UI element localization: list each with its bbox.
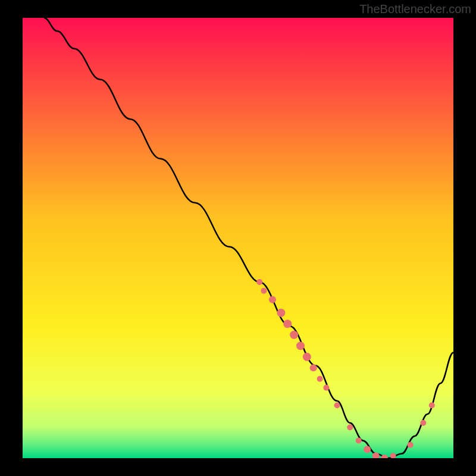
data-marker — [347, 424, 353, 430]
data-marker — [283, 320, 292, 328]
data-marker — [364, 446, 371, 453]
data-marker — [317, 376, 323, 382]
chart-svg — [23, 18, 453, 458]
data-marker — [323, 385, 329, 391]
data-marker — [420, 420, 426, 426]
data-marker — [408, 442, 414, 448]
bottleneck-curve — [44, 18, 453, 458]
data-markers — [256, 279, 435, 458]
data-marker — [334, 402, 340, 408]
chart-plot-area — [23, 18, 453, 458]
data-marker — [277, 309, 285, 317]
data-marker — [310, 364, 317, 371]
watermark-text: TheBottlenecker.com — [359, 2, 471, 16]
data-marker — [256, 279, 262, 285]
data-marker — [390, 453, 396, 458]
data-marker — [269, 296, 276, 303]
data-marker — [429, 402, 435, 408]
data-marker — [261, 288, 267, 294]
data-marker — [296, 342, 305, 350]
data-marker — [290, 331, 298, 339]
data-marker — [356, 437, 362, 443]
data-marker — [303, 353, 311, 361]
